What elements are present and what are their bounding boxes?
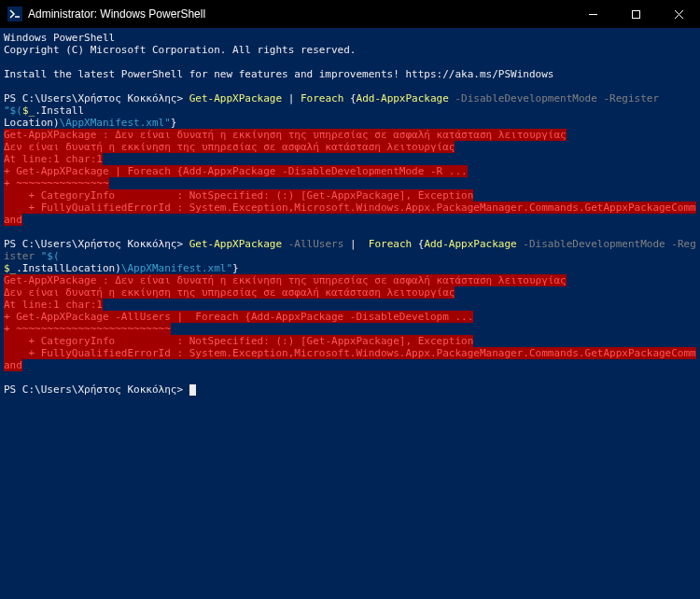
powershell-icon bbox=[7, 7, 22, 21]
error2-line3: At line:1 char:1 bbox=[4, 299, 103, 311]
cmd2-foreach: Foreach bbox=[362, 238, 418, 250]
minimize-icon bbox=[588, 9, 598, 20]
minimize-button[interactable] bbox=[571, 0, 614, 28]
cmd1-quote1: "$( bbox=[4, 104, 22, 117]
maximize-button[interactable] bbox=[614, 0, 657, 28]
error2-line1: Get-AppXPackage : Δεν είναι δυνατή η εκκ… bbox=[4, 274, 567, 286]
cmd1-install: .Install bbox=[35, 104, 84, 117]
error1-line2: Δεν είναι δυνατή η εκκίνηση της υπηρεσία… bbox=[4, 141, 455, 153]
cmd2-allusers: -AllUsers bbox=[288, 238, 350, 250]
maximize-icon bbox=[631, 9, 641, 20]
cmd1-get: Get-AppXPackage bbox=[189, 92, 288, 104]
cmd1-add: Add-AppxPackage bbox=[357, 92, 455, 104]
error2-line2: Δεν είναι δυνατή η εκκίνηση της υπηρεσία… bbox=[4, 286, 455, 299]
cmd1-endbrace: } bbox=[171, 117, 177, 129]
error1-line7: + FullyQualifiedErrorId : System.Excepti… bbox=[4, 202, 696, 226]
window-titlebar: Administrator: Windows PowerShell bbox=[0, 0, 700, 28]
cmd2-endbrace: } bbox=[232, 262, 239, 274]
prompt-2: PS C:\Users\Χρήστος Κοκκόλης> bbox=[4, 238, 189, 250]
error1-line1: Get-AppXPackage : Δεν είναι δυνατή η εκκ… bbox=[4, 129, 567, 141]
cmd1-manifest: \AppXManifest.xml" bbox=[60, 117, 171, 129]
ps-header-line2: Copyright (C) Microsoft Corporation. All… bbox=[4, 44, 357, 56]
error2-line7: + FullyQualifiedErrorId : System.Excepti… bbox=[4, 347, 696, 371]
error1-line6: + CategoryInfo : NotSpecified: (:) [Get-… bbox=[4, 189, 473, 202]
prompt-1: PS C:\Users\Χρήστος Κοκκόλης> bbox=[4, 92, 189, 104]
cmd2-add: Add-AppxPackage bbox=[424, 238, 523, 250]
error1-line3: At line:1 char:1 bbox=[4, 153, 103, 165]
error2-line4: + Get-AppXPackage -AllUsers | Foreach {A… bbox=[4, 311, 473, 323]
cmd2-var: $_ bbox=[4, 262, 16, 274]
cursor bbox=[189, 384, 196, 396]
cmd1-switches: -DisableDevelopmentMode -Register bbox=[455, 92, 665, 104]
close-button[interactable] bbox=[657, 0, 700, 28]
cmd2-get: Get-AppXPackage bbox=[189, 238, 288, 250]
cmd1-brace: { bbox=[350, 92, 357, 104]
svg-rect-1 bbox=[632, 10, 639, 18]
prompt-3: PS C:\Users\Χρήστος Κοκκόλης> bbox=[4, 383, 189, 396]
cmd1-pipe: | bbox=[288, 92, 301, 104]
cmd2-manifest: \AppXManifest.xml" bbox=[121, 262, 232, 274]
error1-line5: + ~~~~~~~~~~~~~~~ bbox=[4, 177, 109, 189]
cmd2-pipe: | bbox=[350, 238, 362, 250]
error2-line6: + CategoryInfo : NotSpecified: (:) [Get-… bbox=[4, 335, 473, 347]
cmd2-quote1: "$( bbox=[41, 250, 60, 262]
cmd1-foreach: Foreach bbox=[301, 92, 350, 104]
window-controls bbox=[571, 0, 700, 28]
ps-header-line1: Windows PowerShell bbox=[4, 32, 115, 44]
cmd1-location: Location) bbox=[4, 117, 60, 129]
error1-line4: + Get-AppXPackage | Foreach {Add-AppxPac… bbox=[4, 165, 468, 177]
cmd1-var: $_ bbox=[22, 104, 35, 117]
close-icon bbox=[674, 9, 684, 20]
window-title: Administrator: Windows PowerShell bbox=[28, 7, 571, 21]
install-message: Install the latest PowerShell for new fe… bbox=[4, 68, 553, 80]
terminal-output[interactable]: Windows PowerShell Copyright (C) Microso… bbox=[0, 28, 700, 399]
error2-line5: + ~~~~~~~~~~~~~~~~~~~~~~~~~ bbox=[4, 323, 171, 335]
cmd2-location: .InstallLocation) bbox=[16, 262, 121, 274]
